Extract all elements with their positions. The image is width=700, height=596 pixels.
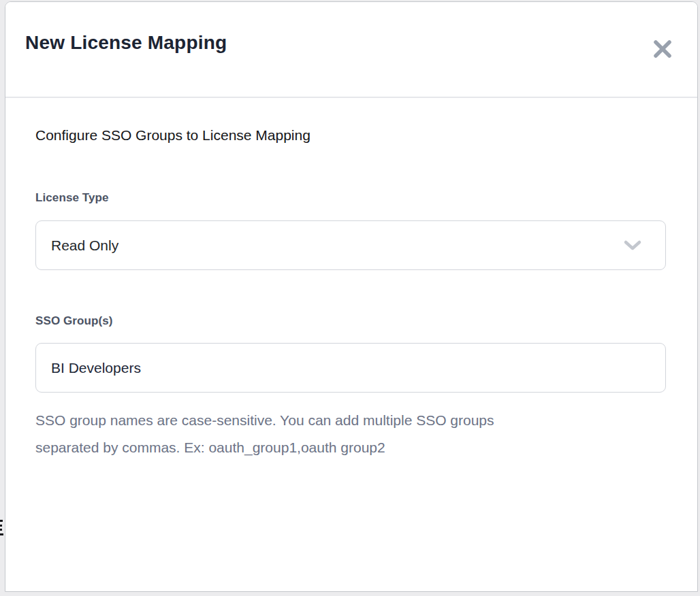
x-icon <box>652 39 673 59</box>
modal-body: Configure SSO Groups to License Mapping … <box>5 98 697 461</box>
sso-groups-field-group: SSO Group(s) SSO group names are case-se… <box>35 314 667 461</box>
new-license-mapping-modal: New License Mapping Configure SSO Groups… <box>5 1 698 592</box>
license-type-field-group: License Type Read Only <box>35 191 667 270</box>
license-type-label: License Type <box>35 191 667 205</box>
menu-line <box>0 525 2 527</box>
modal-header: New License Mapping <box>5 2 697 98</box>
helper-line: separated by commas. Ex: oauth_group1,oa… <box>35 434 667 461</box>
helper-line: SSO group names are case-sensitive. You … <box>35 407 667 434</box>
close-button[interactable] <box>648 35 677 63</box>
sso-groups-label: SSO Group(s) <box>35 314 667 328</box>
menu-lines-icon <box>0 520 4 539</box>
sso-groups-helper-text: SSO group names are case-sensitive. You … <box>35 407 667 461</box>
modal-title: New License Mapping <box>25 32 227 54</box>
page-background: { "modal": { "title": "New License Mappi… <box>0 0 700 596</box>
chevron-down-icon <box>623 239 642 252</box>
modal-description: Configure SSO Groups to License Mapping <box>35 127 667 144</box>
license-type-select[interactable]: Read Only <box>35 220 666 270</box>
sso-groups-input[interactable] <box>35 343 666 393</box>
menu-line <box>0 533 3 535</box>
menu-line <box>0 529 2 531</box>
license-type-selected-value: Read Only <box>51 237 623 254</box>
menu-line <box>0 520 3 522</box>
